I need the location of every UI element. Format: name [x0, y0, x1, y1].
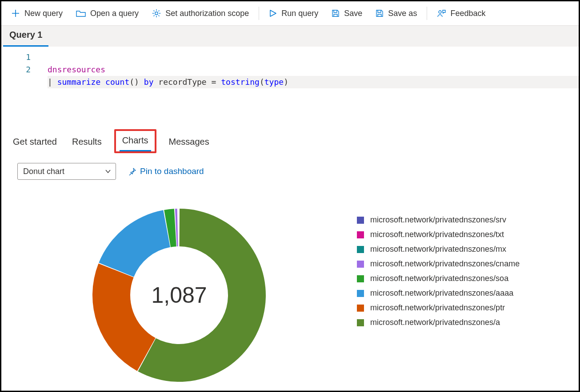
save-as-icon: [376, 9, 384, 17]
svg-point-0: [155, 12, 158, 15]
donut-center-total: 1,087: [151, 282, 207, 308]
donut-chart: 1,087: [1, 202, 357, 388]
legend-item[interactable]: microsoft.network/privatednszones/aaaa: [357, 289, 520, 298]
legend-swatch: [357, 261, 364, 268]
chart-type-select-value: Donut chart: [23, 167, 64, 176]
chart-area: 1,087 microsoft.network/privatednszones/…: [1, 180, 579, 388]
chart-controls: Donut chart Pin to dashboard: [1, 153, 579, 180]
tab-charts-highlight: Charts: [114, 129, 156, 153]
donut-slice[interactable]: [99, 210, 170, 277]
command-bar: New query Open a query Set authorization…: [1, 1, 579, 25]
query-editor[interactable]: 12 dnsresources| summarize count() by re…: [1, 47, 579, 126]
tab-messages[interactable]: Messages: [166, 134, 212, 151]
tab-messages-label: Messages: [169, 137, 209, 147]
editor-gutter: 12: [1, 48, 40, 126]
save-icon: [332, 9, 340, 17]
run-query-button[interactable]: Run query: [263, 3, 324, 24]
legend-item[interactable]: microsoft.network/privatednszones/txt: [357, 230, 520, 239]
legend-item[interactable]: microsoft.network/privatednszones/ptr: [357, 303, 520, 313]
query-tab-1[interactable]: Query 1: [3, 24, 48, 47]
legend-item[interactable]: microsoft.network/privatednszones/srv: [357, 215, 520, 225]
legend-label: microsoft.network/privatednszones/srv: [370, 215, 506, 225]
legend-item[interactable]: microsoft.network/privatednszones/mx: [357, 245, 520, 254]
chart-legend: microsoft.network/privatednszones/srvmic…: [357, 202, 520, 333]
legend-item[interactable]: microsoft.network/privatednszones/soa: [357, 274, 520, 283]
tab-get-started-label: Get started: [13, 137, 57, 147]
gear-icon: [152, 9, 161, 18]
plus-icon: [11, 9, 20, 18]
legend-label: microsoft.network/privatednszones/ptr: [370, 303, 505, 313]
new-query-label: New query: [24, 9, 63, 18]
editor-token: dnsresources: [48, 65, 105, 74]
legend-swatch: [357, 319, 364, 326]
set-auth-scope-label: Set authorization scope: [165, 9, 249, 18]
legend-item[interactable]: microsoft.network/privatednszones/a: [357, 318, 520, 327]
feedback-button[interactable]: Feedback: [431, 3, 492, 24]
legend-swatch: [357, 231, 364, 238]
legend-swatch: [357, 275, 364, 282]
legend-label: microsoft.network/privatednszones/cname: [370, 259, 520, 269]
svg-point-1: [439, 11, 441, 13]
run-query-label: Run query: [281, 9, 318, 18]
save-button[interactable]: Save: [325, 3, 368, 24]
person-feedback-icon: [437, 9, 446, 18]
result-tab-strip: Get started Results Charts Messages: [1, 126, 579, 153]
tab-get-started[interactable]: Get started: [10, 134, 60, 151]
legend-label: microsoft.network/privatednszones/a: [370, 318, 500, 327]
legend-label: microsoft.network/privatednszones/aaaa: [370, 289, 513, 298]
pin-to-dashboard-link[interactable]: Pin to dashboard: [128, 166, 204, 176]
tab-results[interactable]: Results: [69, 134, 104, 151]
legend-swatch: [357, 290, 364, 297]
legend-swatch: [357, 305, 364, 312]
save-as-label: Save as: [388, 9, 417, 18]
legend-label: microsoft.network/privatednszones/soa: [370, 274, 508, 283]
play-icon: [269, 9, 277, 17]
folder-open-icon: [76, 9, 86, 17]
tab-charts-label: Charts: [122, 135, 148, 145]
pin-icon: [128, 167, 136, 175]
legend-swatch: [357, 217, 364, 224]
new-query-button[interactable]: New query: [5, 3, 69, 24]
donut-slice[interactable]: [92, 264, 156, 371]
legend-label: microsoft.network/privatednszones/mx: [370, 245, 506, 254]
editor-code[interactable]: dnsresources| summarize count() by recor…: [40, 48, 579, 126]
tab-charts[interactable]: Charts: [120, 133, 151, 151]
toolbar-separator: [427, 7, 427, 20]
pin-to-dashboard-label: Pin to dashboard: [140, 166, 204, 176]
tab-results-label: Results: [72, 137, 102, 147]
toolbar-separator: [259, 7, 259, 20]
feedback-label: Feedback: [450, 9, 485, 18]
chart-type-select[interactable]: Donut chart: [17, 163, 116, 180]
save-label: Save: [344, 9, 362, 18]
open-query-button[interactable]: Open a query: [70, 3, 145, 24]
set-auth-scope-button[interactable]: Set authorization scope: [146, 3, 255, 24]
legend-label: microsoft.network/privatednszones/txt: [370, 230, 504, 239]
legend-swatch: [357, 246, 364, 253]
query-tab-strip: Query 1: [1, 25, 579, 47]
save-as-button[interactable]: Save as: [369, 3, 423, 24]
chevron-down-icon: [105, 168, 111, 174]
legend-item[interactable]: microsoft.network/privatednszones/cname: [357, 259, 520, 269]
query-tab-1-label: Query 1: [9, 30, 42, 40]
open-query-label: Open a query: [90, 9, 139, 18]
